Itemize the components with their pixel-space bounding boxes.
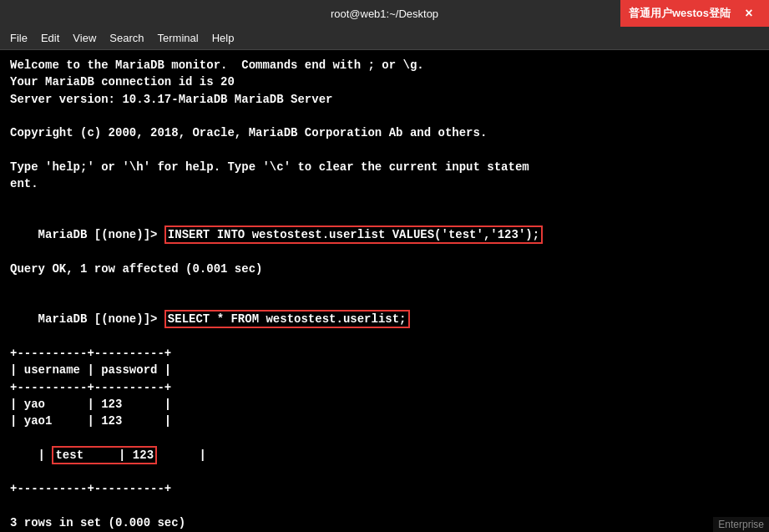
blank-line-2 [10, 141, 759, 158]
rows-count-line: 3 rows in set (0.000 sec) [10, 514, 759, 531]
query-ok-line: Query OK, 1 row affected (0.001 sec) [10, 261, 759, 277]
titlebar: root@web1:~/Desktop 普通用户westos登陆 × [0, 0, 769, 27]
terminal-area[interactable]: Welcome to the MariaDB monitor. Commands… [0, 50, 769, 532]
table-header-row: | username | password | [10, 362, 759, 378]
watermark-text: Enterprise [718, 519, 764, 530]
prompt-1: MariaDB [(none)]> [38, 228, 164, 241]
blank-line-4 [10, 277, 759, 294]
copyright-line: Copyright (c) 2000, 2018, Oracle, MariaD… [10, 124, 759, 141]
titlebar-overlay: 普通用户westos登陆 × [620, 0, 769, 27]
table-border-mid: +----------+----------+ [10, 379, 759, 396]
table-row-2: | yao1 | 123 | [10, 413, 759, 429]
cmd2-highlight: SELECT * FROM westostest.userlist; [164, 310, 410, 328]
welcome-line: Welcome to the MariaDB monitor. Commands… [10, 57, 759, 73]
connection-id-line: Your MariaDB connection id is 20 [10, 73, 759, 90]
help-line-1: Type 'help;' or '\h' for help. Type '\c'… [10, 159, 759, 175]
help-line-2: ent. [10, 175, 759, 192]
menu-help[interactable]: Help [205, 30, 241, 46]
table-border-bottom: +----------+----------+ [10, 480, 759, 497]
blank-line-5 [10, 498, 759, 514]
row3-prefix: | [38, 448, 53, 462]
prompt-cmd2-line: MariaDB [(none)]> SELECT * FROM westoste… [10, 294, 759, 345]
menu-file[interactable]: File [3, 30, 34, 46]
overlay-text: 普通用户westos登陆 [629, 6, 731, 21]
menu-edit[interactable]: Edit [34, 30, 66, 46]
cmd1-highlight: INSERT INTO westostest.userlist VALUES('… [164, 225, 543, 244]
menu-search[interactable]: Search [103, 30, 150, 46]
prompt-cmd1-line: MariaDB [(none)]> INSERT INTO westostest… [10, 210, 759, 261]
close-button[interactable]: × [737, 0, 761, 27]
table-row-1: | yao | 123 | [10, 396, 759, 413]
watermark: Enterprise [713, 517, 769, 532]
version-line: Server version: 10.3.17-MariaDB MariaDB … [10, 91, 759, 108]
table-border-top: +----------+----------+ [10, 345, 759, 362]
row3-suffix: | [157, 448, 206, 462]
prompt-2: MariaDB [(none)]> [38, 312, 164, 326]
menubar: File Edit View Search Terminal Help [0, 27, 769, 50]
menu-terminal[interactable]: Terminal [151, 30, 205, 46]
table-row-3: | test | 123 | [10, 430, 759, 481]
blank-line-1 [10, 108, 759, 124]
row3-highlight: test | 123 [52, 446, 157, 464]
menu-view[interactable]: View [66, 30, 103, 46]
blank-line-3 [10, 192, 759, 209]
